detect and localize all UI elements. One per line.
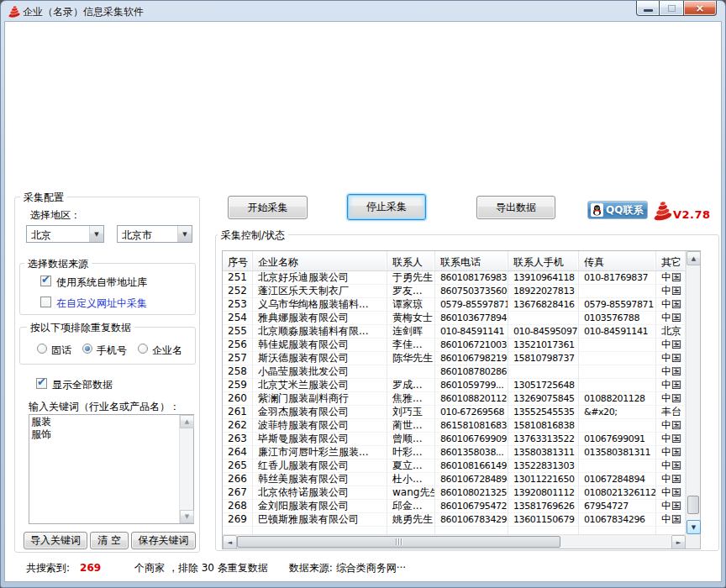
chevron-down-icon: ▼ xyxy=(89,226,103,242)
table-cell: 254 xyxy=(223,312,253,325)
table-cell: 010-84591141 xyxy=(435,325,508,339)
dedupe-radio-company[interactable] xyxy=(138,344,148,354)
builtin-db-checkbox[interactable]: ✔ xyxy=(40,276,51,286)
table-cell xyxy=(223,527,253,534)
scroll-down-icon[interactable]: ▼ xyxy=(180,510,194,523)
table-cell: 251 xyxy=(223,271,253,285)
table-cell: 252 xyxy=(223,285,253,298)
dedupe-radio-landline[interactable] xyxy=(37,344,47,354)
table-cell: 262 xyxy=(223,419,253,433)
table-row[interactable]: 259北京艾米兰服装公司罗成...8601059799...1305172564… xyxy=(223,379,686,392)
table-cell: 269 xyxy=(223,513,253,527)
builtin-db-label: 使用系统自带地址库 xyxy=(56,276,147,290)
column-header-contact[interactable]: 联系人 xyxy=(387,251,435,270)
custom-url-checkbox[interactable] xyxy=(40,297,51,307)
dedupe-label-mobile[interactable]: 手机号 xyxy=(97,344,127,358)
table-cell: 黄梅女士 xyxy=(387,312,435,325)
table-row[interactable]: 253义乌市华绚格服装辅料...谭家琼0579-8559787113676828… xyxy=(223,298,686,312)
status-middle: 个商家 ，排除 30 条重复数据 xyxy=(134,561,268,575)
table-row[interactable]: 264廉江市河唇叶彩兰服装...叶彩...8601358038...135803… xyxy=(223,446,686,459)
table-row[interactable]: 266韩丝美服装有限公司杜小...86010672848941301122165… xyxy=(223,473,686,486)
table-cell: 267 xyxy=(223,486,253,500)
table-cell xyxy=(579,285,656,298)
keyword-textarea[interactable]: 服装 服饰 xyxy=(29,415,179,523)
table-cell: 8601358038... xyxy=(435,446,508,459)
province-select[interactable]: 北京 ▼ xyxy=(26,225,104,243)
table-cell: 15810816838 xyxy=(508,419,579,433)
table-cell: 8601081661492 xyxy=(435,459,508,473)
keyword-scrollbar[interactable]: ▲ ▼ xyxy=(179,415,193,523)
column-header-fax[interactable]: 传真 xyxy=(579,251,656,270)
table-row[interactable]: 257斯沃德服装有限公司陈华先生860106798219615810798737… xyxy=(223,352,686,365)
dedupe-label-company[interactable]: 企业名 xyxy=(152,344,182,358)
start-collect-button[interactable]: 开始采集 xyxy=(228,196,308,219)
table-row[interactable]: 263毕斯曼服装有限公司曾顺...86010676990911376331352… xyxy=(223,433,686,446)
maximize-button[interactable] xyxy=(660,1,683,16)
table-row[interactable]: 252蓬江区乐天天制衣厂罗友...86075037356061892202781… xyxy=(223,285,686,298)
table-cell: 13522831303 xyxy=(508,459,579,473)
table-cell: 13601150679 xyxy=(508,513,579,527)
table-cell: 李佳... xyxy=(387,339,435,352)
check-icon: ✔ xyxy=(41,273,50,286)
scroll-right-icon[interactable]: ► xyxy=(671,535,686,549)
clear-keywords-button[interactable]: 清 空 xyxy=(90,532,129,549)
table-row[interactable]: 258小晶莹服装批发公司8601087802869中国 xyxy=(223,365,686,379)
custom-url-label[interactable]: 在自定义网址中采集 xyxy=(56,297,147,311)
table-cell: 255 xyxy=(223,325,253,339)
dedupe-radio-mobile[interactable] xyxy=(82,344,92,354)
horizontal-scroll-thumb[interactable] xyxy=(237,536,560,548)
table-row[interactable]: 255北京顺淼服装辅料有限...连剑晖010-84591141010-84595… xyxy=(223,325,686,339)
import-keywords-button[interactable]: 导入关键词 xyxy=(24,532,87,549)
column-header-mobile[interactable]: 联系人手机 xyxy=(508,251,579,270)
table-cell: 谭家琼 xyxy=(387,298,435,312)
close-button[interactable]: × xyxy=(683,1,717,16)
minimize-button[interactable] xyxy=(636,1,660,16)
scroll-up-icon[interactable]: ▲ xyxy=(687,251,701,265)
vertical-scrollbar[interactable]: ▲ ▼ xyxy=(686,251,700,534)
table-cell: 金羽杰服装有限公司 xyxy=(253,406,387,419)
column-header-company[interactable]: 企业名称 xyxy=(253,251,387,270)
stop-collect-button[interactable]: 停止采集 xyxy=(347,194,426,220)
table-row[interactable]: 269巴顿斯雅服装有限公司姚勇先生86010678342961360115067… xyxy=(223,513,686,527)
column-header-index[interactable]: 序号 xyxy=(223,251,253,270)
titlebar[interactable]: 企业（名录）信息采集软件 × xyxy=(1,1,725,21)
table-cell: 0579-85597871 xyxy=(579,298,656,312)
save-keywords-button[interactable]: 保存关键词 xyxy=(131,532,196,549)
table-cell: 13581769626 xyxy=(508,500,579,513)
horizontal-scrollbar[interactable]: ◄ ► xyxy=(223,534,686,549)
table-cell: 中国 xyxy=(656,459,686,473)
table-cell: 268 xyxy=(223,500,253,513)
table-cell: 13763313522 xyxy=(508,433,579,446)
table-row[interactable]: 251北京好乐迪服装公司于勇先生860108176983713910964118… xyxy=(223,271,686,285)
table-cell: 13051725648 xyxy=(508,379,579,392)
table-row[interactable]: 261金羽杰服装有限公司刘巧玉010-6726956813552545535&#… xyxy=(223,406,686,419)
table-cell: 夏立... xyxy=(387,459,435,473)
table-row[interactable]: 256韩佳妮服装有限公司李佳...86010672100321352101736… xyxy=(223,339,686,352)
table-cell: 8607503735606 xyxy=(435,285,508,298)
scroll-down-icon[interactable]: ▼ xyxy=(687,520,701,534)
table-row[interactable]: 254雅典娜服装有限公司黄梅女士8601036778940103576788中国 xyxy=(223,312,686,325)
scroll-up-icon[interactable]: ▲ xyxy=(180,415,194,428)
table-cell: 8601067982196 xyxy=(435,352,508,365)
table-row[interactable]: 267北京依特诺服装公司wang先生8601080213250139208011… xyxy=(223,486,686,500)
table-row[interactable]: 262波菲特服装有限公司蔺世...86158108168381581081683… xyxy=(223,419,686,433)
city-select[interactable]: 北京市 ▼ xyxy=(117,225,192,243)
table-row[interactable]: 260紫澜门服装副料商行焦雅...86010882011281326907584… xyxy=(223,392,686,406)
vertical-scroll-thumb[interactable] xyxy=(687,496,699,514)
dedupe-label-landline[interactable]: 固话 xyxy=(51,344,71,358)
table-cell: 8601080213250 xyxy=(435,486,508,500)
column-header-other[interactable]: 其它 xyxy=(656,251,686,270)
table-cell: 北京顺淼服装辅料有限... xyxy=(253,325,387,339)
table-cell: 8601067699091 xyxy=(435,433,508,446)
column-header-phone[interactable]: 联系电话 xyxy=(435,251,508,270)
results-table: 序号 企业名称 联系人 联系电话 联系人手机 传真 其它 251北京好乐迪服装公… xyxy=(222,250,701,549)
table-cell: 北京 xyxy=(656,325,686,339)
table-row[interactable] xyxy=(223,527,686,534)
table-row[interactable]: 268金刘阳服装有限公司邱金...86010679547271358176962… xyxy=(223,500,686,513)
table-row[interactable]: 265红香儿服装有限公司夏立...86010816614921352283130… xyxy=(223,459,686,473)
scroll-left-icon[interactable]: ◄ xyxy=(223,535,237,549)
table-cell: 256 xyxy=(223,339,253,352)
qq-contact-button[interactable]: QQ联系 xyxy=(587,201,648,219)
show-all-checkbox[interactable]: ✔ xyxy=(36,378,47,389)
export-data-button[interactable]: 导出数据 xyxy=(476,196,555,219)
